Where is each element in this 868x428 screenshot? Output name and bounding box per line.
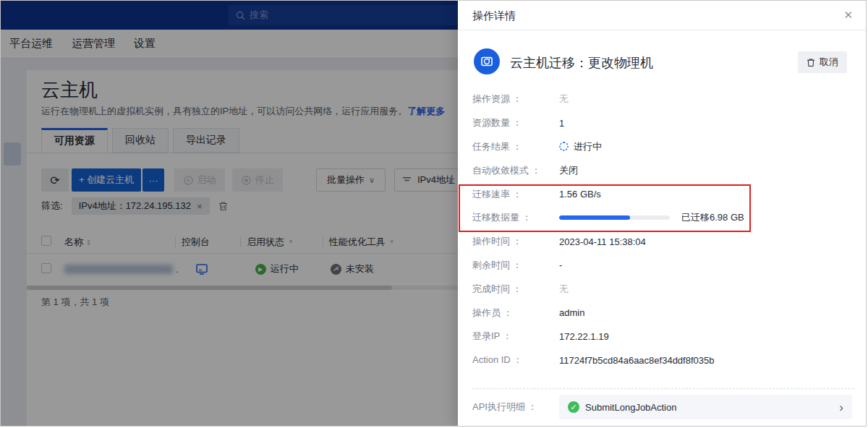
cancel-operation-button[interactable]: 取消 — [798, 51, 847, 73]
detail-row-migration-data: 迁移数据量 ： 已迁移6.98 GB — [472, 206, 853, 230]
operation-detail-list: 操作资源 ：无 资源数量 ：1 任务结果 ： 进行中 自动收敛模式 ：关闭 迁移… — [472, 87, 853, 372]
main-content-pane: 搜索 平台运维 运营管理 设置 云主机 运行在物理机上的虚拟机实例，具有独立的I… — [1, 1, 458, 427]
loading-spinner-icon — [559, 142, 569, 151]
api-detail-row: API执行明细 ： ✓ SubmitLongJobAction › — [472, 395, 852, 419]
detail-row-resource: 操作资源 ：无 — [472, 87, 853, 111]
detail-row-remaining-time: 剩余时间 ：- — [472, 254, 853, 278]
detail-row-finish-time: 完成时间 ：无 — [472, 277, 853, 301]
detail-row-count: 资源数量 ：1 — [472, 111, 853, 135]
success-check-icon: ✓ — [568, 401, 579, 413]
vm-migration-icon — [474, 48, 500, 74]
trash-icon — [807, 58, 815, 67]
detail-row-operation-time: 操作时间 ：2023-04-11 15:38:04 — [472, 230, 853, 254]
api-action-name: SubmitLongJobAction — [585, 402, 676, 413]
drawer-backdrop-mask[interactable] — [1, 1, 458, 427]
api-detail-item[interactable]: ✓ SubmitLongJobAction › — [559, 395, 852, 419]
drawer-header: 操作详情 ✕ — [458, 1, 867, 30]
operation-title: 云主机迁移：更改物理机 — [510, 54, 653, 72]
detail-row-migration-rate: 迁移速率 ：1.56 GB/s — [472, 182, 853, 206]
detail-row-operator: 操作员 ：admin — [472, 301, 853, 325]
operation-details-drawer: 操作详情 ✕ 云主机迁移：更改物理机 取消 操作资源 ：无 资源数量 ：1 任务… — [458, 1, 867, 427]
detail-row-auto-converge: 自动收敛模式 ：关闭 — [472, 158, 853, 182]
detail-row-login-ip: 登录IP ：172.22.1.19 — [472, 325, 853, 348]
migration-progress-bar — [559, 215, 670, 220]
close-icon[interactable]: ✕ — [843, 9, 853, 22]
api-detail-label: API执行明细 ： — [472, 401, 559, 414]
detail-row-task-result: 任务结果 ： 进行中 — [472, 135, 853, 159]
app-window: 搜索 平台运维 运营管理 设置 云主机 运行在物理机上的虚拟机实例，具有独立的I… — [0, 0, 867, 427]
section-divider — [472, 388, 854, 389]
chevron-right-icon: › — [839, 401, 843, 414]
drawer-title: 操作详情 — [472, 9, 516, 23]
detail-row-action-id: Action ID ：11724f7b5cd84a6aac8ef34ddf8f0… — [472, 348, 853, 372]
